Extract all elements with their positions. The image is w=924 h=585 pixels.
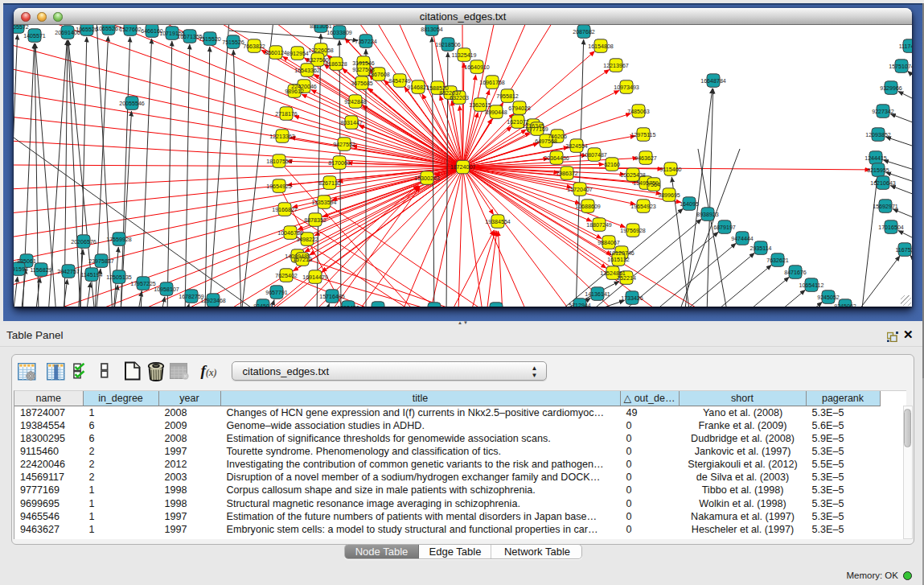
svg-text:3498222: 3498222 bbox=[296, 237, 318, 243]
svg-text:13226058: 13226058 bbox=[308, 47, 334, 54]
svg-text:8471676: 8471676 bbox=[784, 270, 807, 276]
svg-text:9899695: 9899695 bbox=[658, 192, 680, 199]
svg-text:10807487: 10807487 bbox=[581, 152, 607, 159]
svg-text:1405572: 1405572 bbox=[14, 25, 29, 31]
svg-text:164095: 164095 bbox=[680, 201, 699, 208]
svg-text:2087682: 2087682 bbox=[573, 29, 595, 35]
svg-text:8660124: 8660124 bbox=[265, 50, 287, 56]
svg-text:12213967: 12213967 bbox=[603, 63, 629, 69]
svg-text:8267130: 8267130 bbox=[318, 180, 341, 187]
svg-text:9115460: 9115460 bbox=[659, 167, 681, 173]
svg-text:2718176: 2718176 bbox=[275, 111, 298, 117]
svg-text:1592450: 1592450 bbox=[337, 305, 359, 307]
svg-text:9657791: 9657791 bbox=[265, 290, 288, 296]
svg-text:62160: 62160 bbox=[604, 162, 620, 168]
svg-text:8878352: 8878352 bbox=[304, 217, 326, 224]
svg-text:18107553: 18107553 bbox=[266, 159, 292, 165]
svg-text:15720407: 15720407 bbox=[567, 187, 593, 193]
svg-text:8186328: 8186328 bbox=[325, 61, 347, 68]
svg-text:12093852: 12093852 bbox=[865, 132, 891, 138]
svg-text:7986372: 7986372 bbox=[556, 171, 578, 177]
svg-text:632203: 632203 bbox=[450, 95, 469, 101]
svg-text:7357224: 7357224 bbox=[355, 39, 377, 45]
svg-text:2942757: 2942757 bbox=[57, 269, 80, 275]
svg-text:7663822: 7663822 bbox=[243, 43, 265, 50]
svg-text:8938923: 8938923 bbox=[696, 212, 719, 218]
svg-text:10654112: 10654112 bbox=[799, 282, 823, 289]
svg-text:16961758: 16961758 bbox=[479, 80, 505, 86]
svg-text:8215955: 8215955 bbox=[867, 167, 889, 174]
svg-text:924501: 924501 bbox=[253, 303, 273, 307]
svg-text:16154808: 16154808 bbox=[588, 43, 614, 50]
svg-text:18724007: 18724007 bbox=[450, 164, 476, 171]
svg-text:1145194: 1145194 bbox=[80, 272, 102, 278]
svg-text:12975115: 12975115 bbox=[630, 132, 655, 138]
svg-text:9884067: 9884067 bbox=[598, 240, 620, 246]
svg-text:1615132: 1615132 bbox=[607, 257, 630, 263]
svg-text:15692971: 15692971 bbox=[873, 204, 898, 210]
svg-text:16210643: 16210643 bbox=[870, 180, 896, 187]
svg-text:1117404: 1117404 bbox=[899, 43, 913, 50]
svg-text:12213363: 12213363 bbox=[269, 134, 295, 140]
svg-text:11325419: 11325419 bbox=[451, 52, 476, 59]
svg-text:1733426: 1733426 bbox=[621, 295, 643, 302]
svg-text:1156829: 1156829 bbox=[30, 267, 51, 274]
svg-text:7955812: 7955812 bbox=[496, 93, 519, 100]
svg-text:9227342: 9227342 bbox=[872, 109, 894, 115]
svg-text:9777169: 9777169 bbox=[526, 126, 548, 133]
svg-text:3675685: 3675685 bbox=[351, 80, 373, 87]
svg-text:11353594: 11353594 bbox=[311, 200, 336, 206]
svg-text:9427552: 9427552 bbox=[333, 142, 355, 148]
svg-text:15716485: 15716485 bbox=[319, 294, 345, 300]
svg-text:6794028: 6794028 bbox=[508, 105, 531, 112]
svg-text:20364436: 20364436 bbox=[544, 155, 569, 162]
svg-text:12505135: 12505135 bbox=[106, 274, 132, 281]
svg-text:8170063: 8170063 bbox=[328, 160, 351, 167]
svg-text:9329966: 9329966 bbox=[880, 85, 902, 92]
svg-text:17559928: 17559928 bbox=[106, 237, 132, 243]
svg-text:1527602: 1527602 bbox=[119, 27, 142, 33]
svg-text:6879197: 6879197 bbox=[713, 225, 736, 231]
svg-text:8031447: 8031447 bbox=[340, 120, 363, 126]
svg-text:9242848: 9242848 bbox=[344, 99, 367, 105]
svg-text:19654925: 19654925 bbox=[266, 183, 292, 190]
svg-text:2867608: 2867608 bbox=[368, 72, 390, 78]
svg-text:9245032: 9245032 bbox=[367, 306, 389, 307]
svg-text:20206576: 20206576 bbox=[71, 239, 97, 245]
svg-text:9463627: 9463627 bbox=[634, 155, 657, 162]
svg-text:10655267: 10655267 bbox=[96, 26, 121, 32]
svg-text:1405571: 1405571 bbox=[23, 33, 46, 39]
svg-text:16543362: 16543362 bbox=[294, 68, 320, 74]
svg-text:10973493: 10973493 bbox=[614, 84, 639, 91]
svg-text:15300243: 15300243 bbox=[414, 175, 440, 182]
svg-text:17957225: 17957225 bbox=[130, 281, 156, 287]
svg-text:2935114: 2935114 bbox=[749, 245, 771, 252]
svg-text:835061: 835061 bbox=[17, 258, 36, 265]
svg-text:8990448: 8990448 bbox=[485, 109, 507, 116]
svg-text:3191546: 3191546 bbox=[352, 60, 375, 67]
svg-text:10120746: 10120746 bbox=[609, 250, 634, 257]
svg-text:19384554: 19384554 bbox=[485, 219, 511, 225]
svg-text:19218506: 19218506 bbox=[435, 42, 461, 48]
svg-text:14136141: 14136141 bbox=[585, 291, 610, 298]
svg-text:5712944: 5712944 bbox=[569, 303, 591, 307]
svg-text:10958107: 10958107 bbox=[154, 286, 179, 293]
svg-text:7625402: 7625402 bbox=[275, 273, 298, 279]
svg-text:9245052: 9245052 bbox=[817, 295, 840, 301]
svg-text:16033809: 16033809 bbox=[326, 30, 352, 36]
svg-text:9474444: 9474444 bbox=[731, 236, 754, 242]
svg-text:116753: 116753 bbox=[895, 247, 912, 253]
svg-text:8912954: 8912954 bbox=[286, 51, 309, 57]
svg-text:1244415: 1244415 bbox=[864, 155, 887, 162]
svg-text:9245062: 9245062 bbox=[834, 303, 856, 307]
svg-text:10046786: 10046786 bbox=[277, 230, 303, 237]
svg-text:8813054: 8813054 bbox=[421, 27, 443, 33]
svg-text:8454749: 8454749 bbox=[388, 78, 411, 84]
svg-text:20055546: 20055546 bbox=[119, 101, 145, 107]
svg-text:1065526: 1065526 bbox=[76, 27, 98, 33]
svg-text:1362615: 1362615 bbox=[469, 102, 491, 109]
svg-text:7515520: 7515520 bbox=[199, 36, 221, 43]
svg-text:16640910: 16640910 bbox=[464, 64, 490, 71]
svg-text:23975887: 23975887 bbox=[88, 258, 114, 265]
svg-text:7564: 7564 bbox=[647, 182, 660, 188]
